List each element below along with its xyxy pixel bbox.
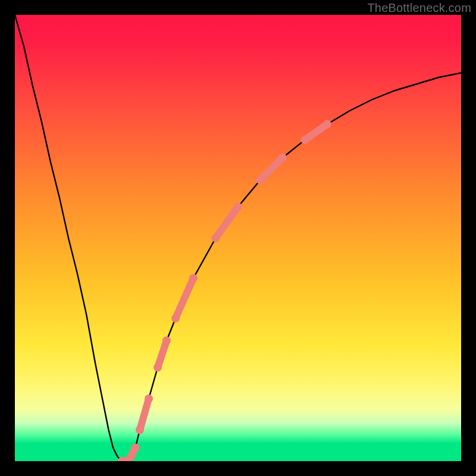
curve-layer xyxy=(15,15,461,461)
marker-segment xyxy=(158,341,167,368)
bottleneck-curve xyxy=(15,15,461,461)
marker-segment xyxy=(261,158,283,180)
marker-segment xyxy=(216,207,239,239)
watermark-text: TheBottleneck.com xyxy=(367,1,471,15)
marker-dot xyxy=(323,120,331,129)
plot-area xyxy=(15,15,461,461)
marker-segment xyxy=(176,278,193,319)
chart-frame: TheBottleneck.com xyxy=(0,0,476,476)
marker-dots xyxy=(118,120,331,461)
marker-segment xyxy=(140,399,149,430)
